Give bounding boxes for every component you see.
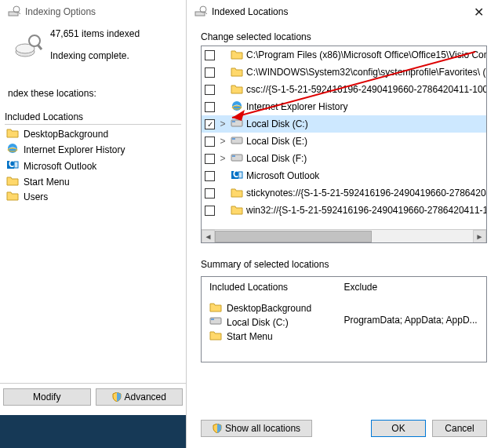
summary-box: Included Locations DesktopBackgroundLoca…: [201, 276, 487, 362]
tree-label: stickynotes://{S-1-5-21-592416196-249041…: [246, 188, 487, 199]
summary-label: Local Disk (C:): [227, 317, 289, 328]
indexing-options-panel: Indexing Options 47,651 items indexed In…: [0, 0, 187, 448]
modify-button[interactable]: Modify: [3, 388, 91, 406]
drive-search-icon: [194, 5, 207, 18]
svg-rect-22: [232, 155, 235, 157]
tree-label: C:\WINDOWS\System32\config\systemprofile…: [246, 67, 487, 78]
scroll-left-button[interactable]: ◄: [202, 230, 215, 243]
summary-label: DesktopBackground: [227, 303, 311, 314]
disk-icon: [231, 153, 243, 165]
advanced-button[interactable]: Advanced: [96, 388, 184, 406]
tree-label: Microsoft Outlook: [246, 170, 319, 181]
change-locations-label: Change selected locations: [201, 27, 487, 46]
index-locations-heading: ndex these locations:: [0, 83, 186, 104]
status-area: 47,651 items indexed Indexing complete.: [0, 24, 186, 63]
tree-row[interactable]: C:\WINDOWS\System32\config\systemprofile…: [202, 64, 486, 81]
tree-row[interactable]: ✓>Local Disk (C:): [202, 115, 486, 133]
tree-label: csc://{S-1-5-21-592416196-2490419660-278…: [246, 84, 487, 95]
checkbox[interactable]: [205, 102, 215, 112]
checkbox[interactable]: [205, 67, 215, 78]
horizontal-scrollbar[interactable]: ◄ ►: [202, 229, 486, 242]
included-item[interactable]: OMicrosoft Outlook: [5, 158, 181, 174]
bottom-dark-strip: [0, 415, 186, 448]
folder-icon: [231, 66, 243, 79]
checkbox[interactable]: [205, 154, 215, 164]
summary-label: Start Menu: [227, 331, 273, 342]
expand-toggle[interactable]: >: [218, 118, 227, 129]
checkbox[interactable]: [205, 85, 215, 95]
tree-label: Local Disk (F:): [246, 153, 307, 164]
shield-icon: [112, 392, 122, 402]
summary-included-header: Included Locations: [209, 282, 344, 300]
tree-row[interactable]: C:\Program Files (x86)\Microsoft Office\…: [202, 46, 486, 64]
cancel-button[interactable]: Cancel: [432, 420, 487, 437]
folder-icon: [209, 301, 222, 315]
close-button[interactable]: ✕: [467, 5, 490, 20]
checkbox[interactable]: ✓: [205, 119, 215, 129]
left-title: Indexing Options: [25, 6, 96, 17]
ok-button[interactable]: OK: [371, 420, 426, 437]
left-titlebar: Indexing Options: [0, 0, 186, 24]
svg-rect-27: [211, 319, 214, 320]
folder-icon: [209, 330, 222, 343]
folder-icon: [231, 49, 243, 62]
item-label: Users: [24, 191, 48, 202]
svg-rect-11: [14, 162, 18, 168]
shield-icon: [213, 424, 222, 433]
tree-label: Internet Explorer History: [246, 101, 347, 112]
checkbox[interactable]: [205, 171, 215, 181]
summary-item[interactable]: Local Disk (C:): [209, 315, 344, 329]
item-label: DesktopBackground: [24, 129, 108, 140]
svg-line-6: [38, 45, 42, 49]
indexing-status-text: Indexing complete.: [50, 49, 140, 63]
checkbox[interactable]: [205, 188, 215, 199]
svg-rect-25: [238, 172, 242, 178]
included-locations-header: Included Locations: [5, 104, 181, 124]
tree-label: C:\Program Files (x86)\Microsoft Office\…: [246, 49, 487, 60]
item-label: Internet Explorer History: [24, 144, 125, 155]
locations-tree[interactable]: C:\Program Files (x86)\Microsoft Office\…: [201, 46, 487, 243]
tree-row[interactable]: Internet Explorer History: [202, 98, 486, 115]
exclude-text: ProgramData; AppData; AppD...: [344, 315, 479, 326]
tree-row[interactable]: csc://{S-1-5-21-592416196-2490419660-278…: [202, 81, 486, 98]
tree-row[interactable]: OMicrosoft Outlook: [202, 167, 486, 184]
tree-row[interactable]: >Local Disk (E:): [202, 133, 486, 150]
drive-search-large-icon: [14, 31, 42, 60]
summary-exclude-header: Exclude: [344, 282, 479, 300]
included-item[interactable]: Internet Explorer History: [5, 141, 181, 158]
indexed-locations-dialog: Indexed Locations ✕ Change selected loca…: [187, 0, 498, 448]
folder-icon: [231, 83, 243, 97]
svg-rect-18: [232, 121, 235, 122]
checkbox[interactable]: [205, 137, 215, 147]
included-item[interactable]: DesktopBackground: [5, 126, 181, 141]
folder-icon: [231, 204, 243, 217]
folder-icon: [231, 187, 243, 200]
checkbox[interactable]: [205, 206, 215, 216]
ie-icon: [6, 142, 19, 157]
right-title: Indexed Locations: [212, 6, 288, 17]
outlook-icon: O: [6, 158, 19, 173]
expand-toggle[interactable]: >: [218, 136, 227, 147]
included-locations-list: DesktopBackgroundInternet Explorer Histo…: [5, 124, 181, 206]
tree-row[interactable]: >Local Disk (F:): [202, 150, 486, 167]
scroll-right-button[interactable]: ►: [473, 230, 486, 243]
svg-rect-20: [232, 138, 235, 140]
show-all-locations-button[interactable]: Show all locations: [201, 420, 312, 437]
expand-toggle[interactable]: >: [218, 153, 227, 164]
disk-icon: [231, 136, 243, 148]
tree-label: Local Disk (C:): [246, 118, 308, 129]
summary-item[interactable]: DesktopBackground: [209, 300, 344, 315]
items-indexed-text: 47,651 items indexed: [50, 27, 140, 41]
included-item[interactable]: Users: [5, 189, 181, 204]
tree-row[interactable]: stickynotes://{S-1-5-21-592416196-249041…: [202, 184, 486, 202]
checkbox[interactable]: [205, 50, 215, 60]
folder-icon: [6, 175, 19, 188]
included-item[interactable]: Start Menu: [5, 174, 181, 189]
disk-icon: [231, 118, 243, 130]
drive-search-icon: [8, 5, 20, 18]
scroll-thumb[interactable]: [215, 231, 372, 242]
tree-label: win32://{S-1-5-21-592416196-2490419660-2…: [246, 205, 487, 216]
outlook-icon: O: [231, 169, 243, 184]
summary-item[interactable]: Start Menu: [209, 329, 344, 344]
tree-row[interactable]: win32://{S-1-5-21-592416196-2490419660-2…: [202, 202, 486, 219]
